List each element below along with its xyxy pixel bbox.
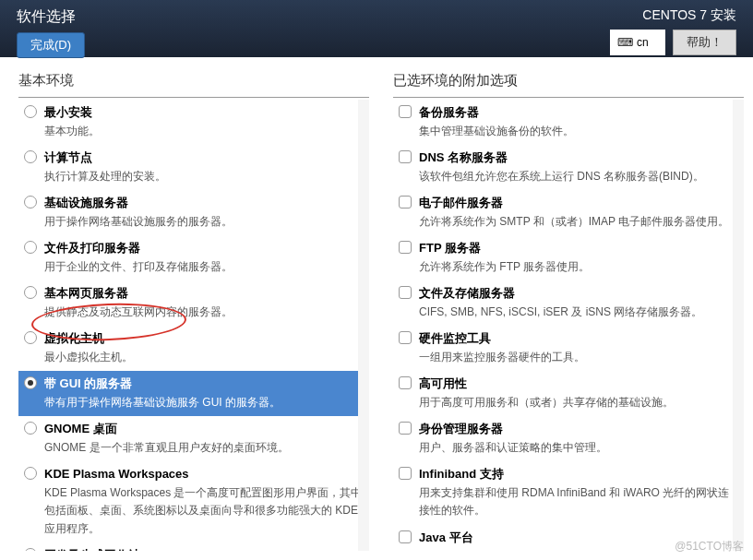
item-description: 允许将系统作为 FTP 服务器使用。 [419, 260, 590, 273]
item-description: 最小虚拟化主机。 [44, 351, 133, 363]
radio-icon[interactable] [24, 376, 37, 389]
item-description: 带有用于操作网络基础设施服务 GUI 的服务器。 [44, 396, 281, 409]
item-title: 高可用性 [419, 375, 738, 393]
item-description: 用于操作网络基础设施服务的服务器。 [44, 215, 233, 228]
item-title: FTP 服务器 [419, 239, 738, 257]
item-title: 文件及打印服务器 [44, 239, 364, 257]
environment-item[interactable]: GNOME 桌面GNOME 是一个非常直观且用户友好的桌面环境。 [18, 416, 369, 461]
addon-item[interactable]: 身份管理服务器用户、服务器和认证策略的集中管理。 [393, 416, 744, 461]
radio-icon[interactable] [24, 422, 37, 435]
item-title: 文件及存储服务器 [419, 284, 738, 303]
environments-title: 基本环境 [18, 72, 369, 89]
radio-icon[interactable] [24, 286, 37, 299]
item-title: 开发及生成工作站 [44, 546, 364, 551]
item-title: Infiniband 支持 [419, 465, 738, 483]
environment-item[interactable]: 开发及生成工作站用于软件、硬件、图形或者内容开发的工作站。 [18, 542, 369, 551]
done-button[interactable]: 完成(D) [17, 32, 85, 58]
item-description: 集中管理基础设施备份的软件。 [419, 125, 574, 137]
item-title: 计算节点 [44, 149, 364, 167]
addon-item[interactable]: 硬件监控工具一组用来监控服务器硬件的工具。 [393, 326, 744, 371]
help-button[interactable]: 帮助！ [673, 30, 736, 55]
divider [18, 97, 369, 98]
environment-item[interactable]: 最小安装基本功能。 [18, 100, 369, 145]
addons-list[interactable]: 备份服务器集中管理基础设施备份的软件。DNS 名称服务器该软件包组允许您在系统上… [393, 100, 744, 551]
environment-item[interactable]: KDE Plasma WorkspacesKDE Plasma Workspac… [18, 461, 369, 542]
addon-item[interactable]: Infiniband 支持用来支持集群和使用 RDMA InfiniBand 和… [393, 461, 744, 525]
item-description: 用户、服务器和认证策略的集中管理。 [419, 441, 607, 454]
item-title: 硬件监控工具 [419, 329, 738, 348]
watermark: @51CTO博客 [675, 539, 744, 554]
radio-icon[interactable] [24, 548, 37, 551]
environment-item[interactable]: 带 GUI 的服务器带有用于操作网络基础设施服务 GUI 的服务器。 [18, 371, 369, 416]
divider [393, 97, 744, 98]
addon-item[interactable]: 高可用性用于高度可用服务和（或者）共享存储的基础设施。 [393, 371, 744, 416]
environments-pane: 基本环境 最小安装基本功能。计算节点执行计算及处理的安装。基础设施服务器用于操作… [0, 57, 378, 560]
item-description: 一组用来监控服务器硬件的工具。 [419, 351, 585, 363]
checkbox-icon[interactable] [399, 241, 412, 254]
scrollbar[interactable] [358, 100, 369, 551]
checkbox-icon[interactable] [399, 105, 412, 118]
item-description: 该软件包组允许您在系统上运行 DNS 名称服务器(BIND)。 [419, 170, 704, 183]
item-description: 用于企业的文件、打印及存储服务器。 [44, 260, 233, 273]
radio-icon[interactable] [24, 196, 37, 209]
item-title: 备份服务器 [419, 103, 738, 122]
item-title: KDE Plasma Workspaces [44, 465, 364, 483]
environment-item[interactable]: 虚拟化主机最小虚拟化主机。 [18, 326, 369, 371]
addon-item[interactable]: 电子邮件服务器允许将系统作为 SMTP 和（或者）IMAP 电子邮件服务器使用。 [393, 190, 744, 235]
scrollbar[interactable] [733, 100, 744, 551]
environment-item[interactable]: 计算节点执行计算及处理的安装。 [18, 145, 369, 190]
item-description: GNOME 是一个非常直观且用户友好的桌面环境。 [44, 441, 289, 454]
item-title: 基本网页服务器 [44, 284, 364, 303]
checkbox-icon[interactable] [399, 467, 412, 480]
install-title: CENTOS 7 安装 [642, 7, 736, 24]
item-description: 基本功能。 [44, 125, 100, 137]
checkbox-icon[interactable] [399, 376, 412, 389]
checkbox-icon[interactable] [399, 196, 412, 209]
item-title: 虚拟化主机 [44, 329, 364, 348]
item-description: 用于高度可用服务和（或者）共享存储的基础设施。 [419, 396, 674, 409]
checkbox-icon[interactable] [399, 530, 412, 543]
addon-item[interactable]: DNS 名称服务器该软件包组允许您在系统上运行 DNS 名称服务器(BIND)。 [393, 145, 744, 190]
item-title: 带 GUI 的服务器 [44, 375, 364, 393]
addons-title: 已选环境的附加选项 [393, 72, 744, 89]
environments-list[interactable]: 最小安装基本功能。计算节点执行计算及处理的安装。基础设施服务器用于操作网络基础设… [18, 100, 369, 551]
radio-icon[interactable] [24, 150, 37, 163]
content-area: 基本环境 最小安装基本功能。计算节点执行计算及处理的安装。基础设施服务器用于操作… [0, 57, 753, 560]
item-title: 最小安装 [44, 103, 364, 122]
item-title: 电子邮件服务器 [419, 194, 738, 212]
item-description: 允许将系统作为 SMTP 和（或者）IMAP 电子邮件服务器使用。 [419, 215, 729, 228]
addon-item[interactable]: 文件及存储服务器CIFS, SMB, NFS, iSCSI, iSER 及 iS… [393, 280, 744, 326]
header-bar: 软件选择 完成(D) CENTOS 7 安装 cn 帮助！ [0, 0, 753, 57]
addon-item[interactable]: 备份服务器集中管理基础设施备份的软件。 [393, 100, 744, 145]
keyboard-indicator[interactable]: cn [610, 30, 665, 55]
item-title: DNS 名称服务器 [419, 149, 738, 167]
environment-item[interactable]: 文件及打印服务器用于企业的文件、打印及存储服务器。 [18, 235, 369, 280]
item-title: 基础设施服务器 [44, 194, 364, 212]
radio-icon[interactable] [24, 105, 37, 118]
item-description: 用来支持集群和使用 RDMA InfiniBand 和 iWARO 光纤的网状连… [419, 486, 729, 518]
checkbox-icon[interactable] [399, 331, 412, 344]
item-title: GNOME 桌面 [44, 420, 364, 438]
checkbox-icon[interactable] [399, 422, 412, 435]
radio-icon[interactable] [24, 241, 37, 254]
item-description: KDE Plasma Workspaces 是一个高度可配置图形用户界面，其中包… [44, 486, 363, 535]
addon-item[interactable]: FTP 服务器允许将系统作为 FTP 服务器使用。 [393, 235, 744, 280]
checkbox-icon[interactable] [399, 286, 412, 299]
page-title: 软件选择 [17, 7, 85, 27]
checkbox-icon[interactable] [399, 150, 412, 163]
item-description: 执行计算及处理的安装。 [44, 170, 166, 183]
radio-icon[interactable] [24, 331, 37, 344]
environment-item[interactable]: 基本网页服务器提供静态及动态互联网内容的服务器。 [18, 280, 369, 326]
item-description: CIFS, SMB, NFS, iSCSI, iSER 及 iSNS 网络存储服… [419, 305, 702, 318]
item-description: 提供静态及动态互联网内容的服务器。 [44, 305, 233, 318]
radio-icon[interactable] [24, 467, 37, 480]
environment-item[interactable]: 基础设施服务器用于操作网络基础设施服务的服务器。 [18, 190, 369, 235]
item-title: 身份管理服务器 [419, 420, 738, 438]
addons-pane: 已选环境的附加选项 备份服务器集中管理基础设施备份的软件。DNS 名称服务器该软… [378, 57, 753, 560]
